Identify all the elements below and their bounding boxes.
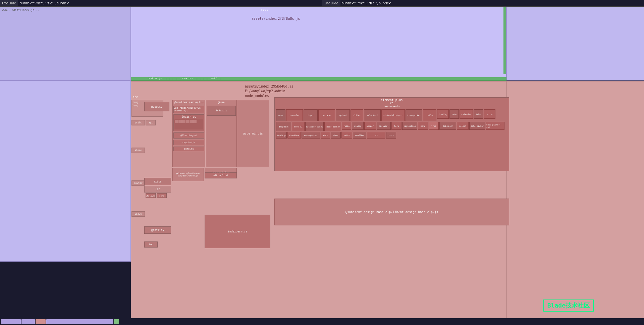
lodash-chunk-1 [175, 120, 178, 123]
assets-main-block[interactable] [131, 7, 506, 80]
include-input[interactable] [340, 0, 644, 6]
index-esm-label: index.esm.js [228, 230, 247, 233]
lodash-chunk-3 [182, 120, 185, 123]
router-label: router [134, 182, 142, 184]
comp-cascader-panel[interactable]: cascader-panel [305, 122, 324, 131]
utilsjs-label: utils.js [146, 195, 156, 197]
comp-checkbox[interactable]: checkbox [287, 132, 301, 139]
components-grid: utils transfer input cascader upload sli… [276, 109, 507, 139]
comp-carousel[interactable]: carousel [377, 122, 391, 130]
lodash-chunk-4 [186, 120, 189, 123]
element-plus-block[interactable]: element-plus es components utils transfe… [274, 97, 509, 171]
comp-input[interactable]: input [304, 109, 318, 121]
components-label: components [384, 105, 400, 108]
utils-label: utils [135, 121, 142, 124]
thumb-5[interactable] [114, 319, 119, 324]
blade-text: Blade技术社区 [547, 302, 590, 309]
comp-treev2[interactable]: tree-v2 [292, 122, 305, 131]
core-js-label: core.js [184, 148, 194, 150]
comp-calendar[interactable]: calendar [460, 109, 473, 119]
views-block[interactable]: views [131, 211, 145, 217]
store-block[interactable]: store [131, 148, 145, 153]
comp-slider[interactable]: slider [351, 109, 363, 121]
lib-block[interactable]: lib [144, 186, 171, 193]
comp-datepicker[interactable]: date-picker [469, 122, 485, 130]
editor-dist-label: editor/dist [213, 174, 228, 177]
saber-label: @saber/nf-design-base-elp/lib/nf-design-… [345, 210, 438, 214]
comp-scrollbar[interactable]: scrollbar [353, 132, 366, 139]
comp-store[interactable]: store [386, 132, 396, 139]
comp-datepicker-com[interactable]: date-picker-com [486, 122, 504, 130]
editor-dist-block[interactable]: editor/dist [205, 172, 237, 178]
vue-block[interactable]: @vue index.js [206, 100, 237, 167]
comp-virtual-list[interactable]: virtual-list/src [381, 109, 405, 121]
lodash-block[interactable]: lodash-es [173, 114, 204, 131]
thumb-4[interactable] [46, 319, 113, 324]
comp-rate[interactable]: rate [449, 109, 459, 119]
utilsjs-block[interactable]: utils.js [146, 193, 156, 198]
comp-loading[interactable]: loading [437, 109, 449, 119]
comp-switch[interactable]: switch [341, 132, 352, 139]
comp-selectv2[interactable]: select-v2 [364, 109, 381, 121]
blade-watermark: Blade技术社区 [543, 300, 594, 312]
utils-block[interactable]: utils [131, 120, 145, 125]
comp-messagebox[interactable]: message-box [302, 132, 320, 139]
lodash-inner [174, 119, 203, 129]
comp-upload[interactable]: upload [336, 109, 350, 121]
src-sub-lang2: lang [132, 104, 138, 107]
comp-tree[interactable]: tree [429, 122, 439, 130]
axios-block[interactable]: axios [144, 178, 171, 185]
core-inner-block[interactable]: core [157, 193, 167, 198]
far-right-block[interactable] [506, 81, 644, 325]
comp-form[interactable]: form [391, 122, 401, 130]
comp-table[interactable]: table [423, 109, 436, 121]
index-esm-block[interactable]: index.esm.js [205, 215, 270, 248]
comp-tablev2[interactable]: table-v2 [439, 122, 456, 130]
comp-tooltip[interactable]: tooltip [276, 132, 287, 139]
saber-block[interactable]: @saber/nf-design-base-elp/lib/nf-design-… [274, 199, 509, 225]
comp-button[interactable]: button [484, 109, 495, 119]
thumb-2[interactable] [21, 319, 35, 324]
thumb-1[interactable] [1, 319, 21, 324]
comp-src[interactable]: src [367, 132, 385, 139]
avue-min-block[interactable]: avue.min.js [237, 100, 269, 167]
thumb-3[interactable] [36, 319, 46, 324]
store-label: store [135, 149, 142, 152]
vue-router-label: vue-router/dist/vue-router.mjs [174, 107, 204, 112]
comp-pagination[interactable]: pagination [402, 122, 417, 130]
intlify-block[interactable]: @intlify [144, 226, 171, 234]
main-left-block[interactable]: www.../dist/index.js... [0, 7, 131, 80]
smallwei-block[interactable]: @smallwei/avue/lib vue-router/dist/vue-r… [172, 100, 205, 167]
comp-dialog[interactable]: dialog [352, 122, 364, 130]
index-js-block[interactable]: index.js [207, 106, 236, 116]
comp-utils[interactable]: utils [276, 109, 285, 121]
comp-alert[interactable]: alert [321, 132, 330, 139]
exclude-input[interactable] [18, 0, 322, 6]
comp-transfer[interactable]: transfer [286, 109, 303, 121]
comp-dropdown[interactable]: dropdown [276, 122, 291, 131]
api-block[interactable]: api [146, 120, 156, 125]
comp-cascader[interactable]: cascader [318, 109, 335, 121]
comp-radio[interactable]: radio [342, 122, 351, 130]
comp-select[interactable]: select [457, 122, 469, 130]
vueuse-block[interactable]: @vueuse [144, 102, 169, 111]
comp-timepicker[interactable]: time-picker [406, 109, 422, 121]
crypto-js-block[interactable]: crypto-js [173, 140, 204, 145]
comp-steps[interactable]: steps [331, 132, 341, 139]
main-left-inner-block[interactable] [0, 80, 131, 262]
comp-menu[interactable]: menu [418, 122, 428, 130]
top-block[interactable]: top [144, 241, 158, 248]
assets-right-block[interactable] [506, 7, 644, 80]
vueuse-label: @vueuse [151, 105, 163, 108]
floating-ui-block[interactable]: @floating-ui [173, 132, 204, 139]
top-label: top [149, 243, 153, 246]
comp-tabs[interactable]: tabs [474, 109, 483, 119]
green-strip: runtime.js ... ... ... index.css ... ...… [131, 77, 506, 81]
core-js-block[interactable]: core.js [173, 147, 204, 151]
vue-router-block[interactable]: vue-router/dist/vue-router.mjs [173, 106, 204, 113]
comp-color-picker[interactable]: color-picker [324, 122, 341, 131]
lodash-chunk-6 [193, 120, 197, 123]
router-block[interactable]: router [131, 180, 145, 186]
comp-popper[interactable]: popper [364, 122, 376, 130]
element-icons-block[interactable]: @element-plus/icons-vue/dist/index.js [172, 168, 204, 181]
